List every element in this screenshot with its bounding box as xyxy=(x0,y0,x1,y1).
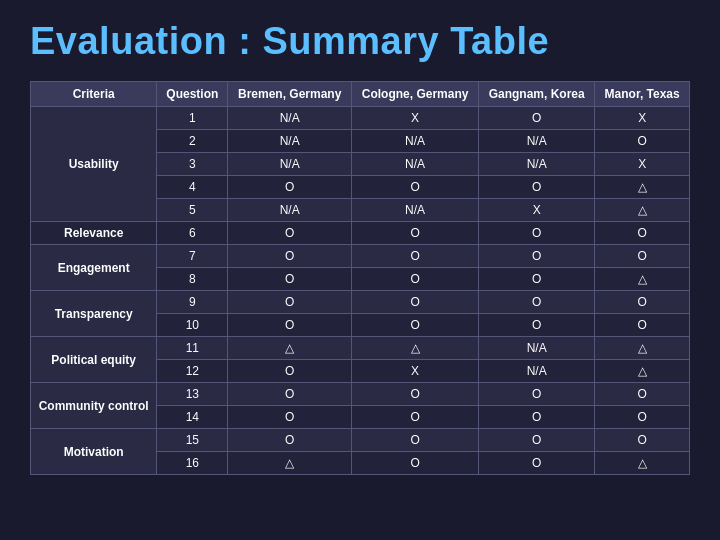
manor-cell: △ xyxy=(595,337,690,360)
table-row: Transparency9OOOO xyxy=(31,291,690,314)
gangnam-cell: O xyxy=(479,383,595,406)
question-cell: 13 xyxy=(157,383,228,406)
question-cell: 7 xyxy=(157,245,228,268)
bremen-cell: N/A xyxy=(228,107,352,130)
criteria-cell: Relevance xyxy=(31,222,157,245)
question-cell: 1 xyxy=(157,107,228,130)
summary-table: Criteria Question Bremen, Germany Cologn… xyxy=(30,81,690,475)
col-header-criteria: Criteria xyxy=(31,82,157,107)
gangnam-cell: N/A xyxy=(479,130,595,153)
cologne-cell: O xyxy=(352,291,479,314)
question-cell: 4 xyxy=(157,176,228,199)
manor-cell: O xyxy=(595,130,690,153)
gangnam-cell: O xyxy=(479,452,595,475)
cologne-cell: O xyxy=(352,222,479,245)
gangnam-cell: O xyxy=(479,222,595,245)
bremen-cell: △ xyxy=(228,337,352,360)
cologne-cell: O xyxy=(352,452,479,475)
col-header-cologne: Cologne, Germany xyxy=(352,82,479,107)
manor-cell: O xyxy=(595,222,690,245)
table-row: Relevance6OOOO xyxy=(31,222,690,245)
question-cell: 11 xyxy=(157,337,228,360)
gangnam-cell: O xyxy=(479,291,595,314)
manor-cell: O xyxy=(595,383,690,406)
gangnam-cell: N/A xyxy=(479,360,595,383)
bremen-cell: O xyxy=(228,360,352,383)
question-cell: 6 xyxy=(157,222,228,245)
gangnam-cell: N/A xyxy=(479,153,595,176)
col-header-question: Question xyxy=(157,82,228,107)
manor-cell: O xyxy=(595,291,690,314)
criteria-cell: Community control xyxy=(31,383,157,429)
manor-cell: △ xyxy=(595,452,690,475)
cologne-cell: N/A xyxy=(352,153,479,176)
page-title: Evaluation : Summary Table xyxy=(30,20,549,63)
question-cell: 5 xyxy=(157,199,228,222)
col-header-bremen: Bremen, Germany xyxy=(228,82,352,107)
manor-cell: O xyxy=(595,429,690,452)
criteria-cell: Transparency xyxy=(31,291,157,337)
bremen-cell: △ xyxy=(228,452,352,475)
question-cell: 10 xyxy=(157,314,228,337)
question-cell: 14 xyxy=(157,406,228,429)
gangnam-cell: N/A xyxy=(479,337,595,360)
gangnam-cell: O xyxy=(479,429,595,452)
criteria-cell: Usability xyxy=(31,107,157,222)
bremen-cell: N/A xyxy=(228,153,352,176)
table-row: Usability1N/AXOX xyxy=(31,107,690,130)
gangnam-cell: X xyxy=(479,199,595,222)
gangnam-cell: O xyxy=(479,245,595,268)
cologne-cell: N/A xyxy=(352,130,479,153)
gangnam-cell: O xyxy=(479,176,595,199)
manor-cell: O xyxy=(595,314,690,337)
manor-cell: X xyxy=(595,107,690,130)
manor-cell: X xyxy=(595,153,690,176)
gangnam-cell: O xyxy=(479,268,595,291)
question-cell: 16 xyxy=(157,452,228,475)
cologne-cell: O xyxy=(352,406,479,429)
cologne-cell: N/A xyxy=(352,199,479,222)
gangnam-cell: O xyxy=(479,107,595,130)
manor-cell: △ xyxy=(595,176,690,199)
cologne-cell: O xyxy=(352,429,479,452)
cologne-cell: O xyxy=(352,245,479,268)
gangnam-cell: O xyxy=(479,406,595,429)
bremen-cell: O xyxy=(228,245,352,268)
col-header-manor: Manor, Texas xyxy=(595,82,690,107)
question-cell: 15 xyxy=(157,429,228,452)
question-cell: 2 xyxy=(157,130,228,153)
criteria-cell: Political equity xyxy=(31,337,157,383)
table-row: Motivation15OOOO xyxy=(31,429,690,452)
question-cell: 3 xyxy=(157,153,228,176)
cologne-cell: △ xyxy=(352,337,479,360)
cologne-cell: X xyxy=(352,360,479,383)
bremen-cell: N/A xyxy=(228,130,352,153)
manor-cell: O xyxy=(595,245,690,268)
bremen-cell: N/A xyxy=(228,199,352,222)
question-cell: 9 xyxy=(157,291,228,314)
criteria-cell: Engagement xyxy=(31,245,157,291)
bremen-cell: O xyxy=(228,429,352,452)
bremen-cell: O xyxy=(228,383,352,406)
manor-cell: △ xyxy=(595,360,690,383)
bremen-cell: O xyxy=(228,406,352,429)
question-cell: 8 xyxy=(157,268,228,291)
question-cell: 12 xyxy=(157,360,228,383)
bremen-cell: O xyxy=(228,222,352,245)
cologne-cell: O xyxy=(352,314,479,337)
cologne-cell: O xyxy=(352,383,479,406)
table-row: Engagement7OOOO xyxy=(31,245,690,268)
bremen-cell: O xyxy=(228,291,352,314)
cologne-cell: O xyxy=(352,176,479,199)
table-row: Political equity11△△N/A△ xyxy=(31,337,690,360)
col-header-gangnam: Gangnam, Korea xyxy=(479,82,595,107)
bremen-cell: O xyxy=(228,314,352,337)
table-row: Community control13OOOO xyxy=(31,383,690,406)
manor-cell: △ xyxy=(595,199,690,222)
cologne-cell: O xyxy=(352,268,479,291)
gangnam-cell: O xyxy=(479,314,595,337)
bremen-cell: O xyxy=(228,176,352,199)
cologne-cell: X xyxy=(352,107,479,130)
manor-cell: △ xyxy=(595,268,690,291)
manor-cell: O xyxy=(595,406,690,429)
